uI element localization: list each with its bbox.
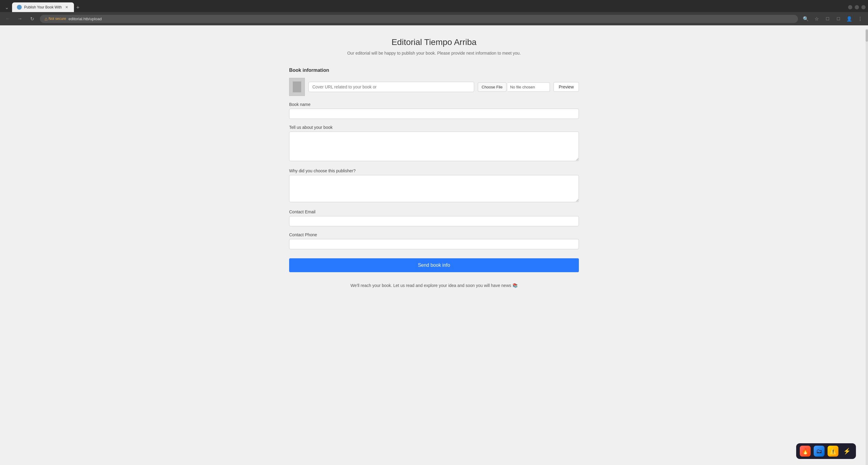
book-description-label: Tell us about your book (289, 125, 579, 130)
contact-email-label: Contact Email (289, 209, 579, 214)
warning-triangle-icon: △ (45, 17, 48, 21)
browser-toolbar-right: 🔍 ☆ □ □ 👤 ⋮ (802, 14, 864, 23)
page-title: Editorial Tiempo Arriba (289, 37, 579, 47)
account-icon[interactable]: 👤 (845, 14, 854, 23)
book-name-group: Book name (289, 102, 579, 119)
security-warning: △ Not secure (45, 17, 66, 21)
warning-taskbar-icon[interactable]: ⚠️ (828, 446, 838, 457)
reload-button[interactable]: ↻ (28, 14, 36, 23)
menu-icon[interactable]: ⋮ (856, 14, 864, 23)
contact-phone-group: Contact Phone (289, 232, 579, 249)
submit-button[interactable]: Send book info (289, 258, 579, 272)
book-description-textarea[interactable] (289, 131, 579, 161)
publisher-reason-label: Why did you choose this publisher? (289, 168, 579, 173)
main-container: Editorial Tiempo Arriba Our editorial wi… (289, 37, 579, 300)
preview-button[interactable]: Preview (554, 82, 579, 92)
files-taskbar-icon[interactable]: 🗂 (814, 446, 825, 457)
security-label: Not secure (49, 17, 66, 21)
contact-phone-input[interactable] (289, 239, 579, 249)
tab-title: Publish Your Book With (24, 5, 62, 9)
browser-chrome: ⌄ Publish Your Book With ✕ + ← → ↻ △ Not… (0, 0, 868, 25)
maximize-button[interactable] (855, 5, 859, 9)
bookmark-icon[interactable]: ☆ (812, 14, 821, 23)
minimize-button[interactable] (848, 5, 852, 9)
close-button[interactable] (861, 5, 866, 9)
tab-close-button[interactable]: ✕ (64, 5, 69, 10)
url-bar[interactable]: △ Not secure editorial.htb/upload (40, 15, 798, 23)
forward-button[interactable]: → (16, 14, 24, 23)
publisher-reason-textarea[interactable] (289, 175, 579, 202)
book-name-input[interactable] (289, 108, 579, 119)
choose-file-button[interactable]: Choose File (478, 82, 506, 92)
back-button[interactable]: ← (4, 14, 12, 23)
tab-favicon (17, 5, 22, 10)
url-path: /upload (89, 17, 102, 21)
cover-row: Choose File No file chosen Preview (289, 78, 579, 96)
url-display: editorial.htb/upload (68, 17, 102, 21)
extensions-icon[interactable]: □ (823, 14, 832, 23)
taskbar-overlay: 🔥 🗂 ⚠️ ⚡ (796, 443, 856, 459)
window-controls (848, 5, 866, 9)
no-file-label: No file chosen (508, 82, 550, 92)
flame-taskbar-icon[interactable]: 🔥 (800, 446, 811, 457)
section-heading: Book information (289, 68, 579, 73)
contact-email-group: Contact Email (289, 209, 579, 226)
browser-address-bar: ← → ↻ △ Not secure editorial.htb/upload … (0, 12, 868, 25)
file-input-wrapper: Choose File No file chosen (478, 82, 550, 92)
tab-list-button[interactable]: ⌄ (2, 3, 11, 11)
contact-email-input[interactable] (289, 216, 579, 226)
book-description-group: Tell us about your book (289, 125, 579, 162)
cover-url-input[interactable] (308, 82, 474, 92)
cover-placeholder-inner (293, 82, 301, 92)
book-form: Book information Choose File No file cho… (289, 68, 579, 278)
page-subtitle: Our editorial will be happy to publish y… (289, 51, 579, 56)
profile-icon-btn[interactable]: □ (834, 14, 843, 23)
book-name-label: Book name (289, 102, 579, 107)
browser-tab-bar: ⌄ Publish Your Book With ✕ + (0, 0, 868, 12)
cover-placeholder (289, 78, 305, 96)
browser-tabs-container: Publish Your Book With ✕ + (12, 2, 847, 12)
browser-tab-active[interactable]: Publish Your Book With ✕ (12, 2, 74, 12)
publisher-reason-group: Why did you choose this publisher? (289, 168, 579, 204)
new-tab-button[interactable]: + (74, 3, 82, 12)
scrollbar-track[interactable] (866, 29, 868, 465)
search-icon[interactable]: 🔍 (802, 14, 810, 23)
url-domain: editorial.htb (68, 17, 89, 21)
scrollbar-thumb[interactable] (866, 30, 868, 42)
footer-text: We'll reach your book. Let us read and e… (289, 278, 579, 300)
bluetooth-taskbar-icon[interactable]: ⚡ (841, 446, 852, 457)
contact-phone-label: Contact Phone (289, 232, 579, 237)
page-content: Editorial Tiempo Arriba Our editorial wi… (0, 25, 868, 465)
